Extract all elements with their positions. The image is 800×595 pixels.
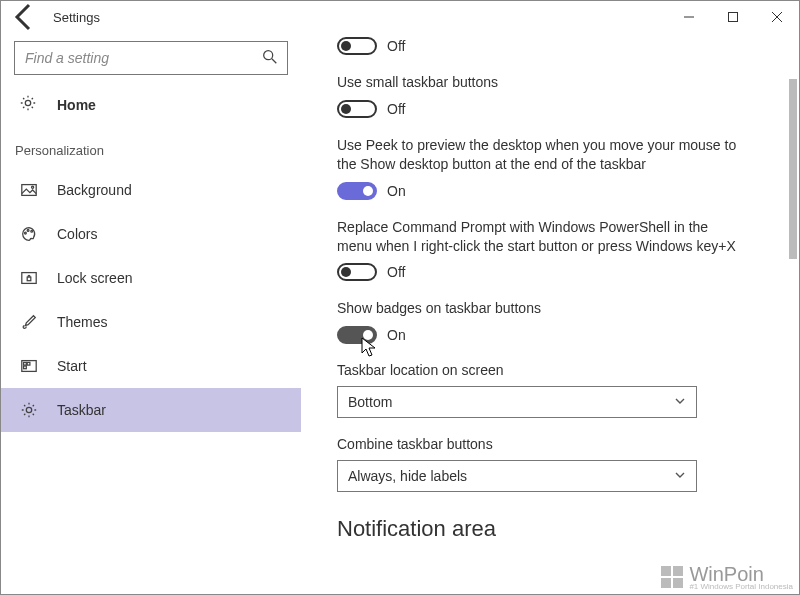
svg-point-11 xyxy=(31,230,33,232)
lock-icon xyxy=(19,269,39,287)
content-pane: Off Use small taskbar buttons Off Use Pe… xyxy=(301,33,799,594)
svg-point-10 xyxy=(27,230,29,232)
toggle-state-label: Off xyxy=(387,101,405,117)
setting-powershell: Replace Command Prompt with Windows Powe… xyxy=(337,218,781,282)
sidebar-item-label: Themes xyxy=(57,314,108,330)
svg-rect-13 xyxy=(27,277,31,281)
dropdown-label: Combine taskbar buttons xyxy=(337,436,781,452)
sidebar-item-label: Colors xyxy=(57,226,97,242)
palette-icon xyxy=(19,225,39,243)
section-heading-notification: Notification area xyxy=(337,516,781,542)
dropdown-combine-buttons[interactable]: Always, hide labels xyxy=(337,460,697,492)
back-button[interactable] xyxy=(9,1,41,33)
setting-first-partial: Off xyxy=(337,37,781,55)
sidebar: Home Personalization Background Colors L… xyxy=(1,33,301,594)
sidebar-item-taskbar[interactable]: Taskbar xyxy=(1,388,301,432)
nav-home[interactable]: Home xyxy=(1,85,301,125)
setting-badges: Show badges on taskbar buttons On xyxy=(337,299,781,344)
sidebar-item-lockscreen[interactable]: Lock screen xyxy=(1,256,301,300)
picture-icon xyxy=(19,181,39,199)
svg-rect-17 xyxy=(24,366,27,369)
setting-label: Replace Command Prompt with Windows Powe… xyxy=(337,218,737,256)
svg-rect-16 xyxy=(27,362,30,365)
svg-rect-12 xyxy=(22,273,36,284)
dropdown-value: Bottom xyxy=(348,394,392,410)
svg-point-6 xyxy=(25,100,30,105)
svg-rect-15 xyxy=(24,362,27,365)
watermark-tagline: #1 Windows Portal Indonesia xyxy=(689,583,793,590)
sidebar-item-label: Start xyxy=(57,358,87,374)
toggle-state-label: On xyxy=(387,183,406,199)
toggle-small-buttons[interactable] xyxy=(337,100,377,118)
sidebar-item-start[interactable]: Start xyxy=(1,344,301,388)
dropdown-label: Taskbar location on screen xyxy=(337,362,781,378)
svg-rect-7 xyxy=(22,185,36,196)
window-title: Settings xyxy=(41,10,100,25)
search-icon xyxy=(261,48,279,69)
setting-label: Use small taskbar buttons xyxy=(337,73,737,92)
dropdown-value: Always, hide labels xyxy=(348,468,467,484)
watermark: WinPoin #1 Windows Portal Indonesia xyxy=(661,565,793,590)
svg-line-5 xyxy=(272,58,277,63)
watermark-brand: WinPoin xyxy=(689,565,763,583)
section-label: Personalization xyxy=(1,125,301,168)
sidebar-item-label: Taskbar xyxy=(57,402,106,418)
maximize-button[interactable] xyxy=(711,1,755,33)
svg-point-18 xyxy=(26,407,31,412)
toggle-state-label: Off xyxy=(387,38,405,54)
toggle-powershell[interactable] xyxy=(337,263,377,281)
setting-label: Use Peek to preview the desktop when you… xyxy=(337,136,737,174)
sidebar-item-themes[interactable]: Themes xyxy=(1,300,301,344)
gear-icon xyxy=(19,94,39,116)
setting-taskbar-location: Taskbar location on screen Bottom xyxy=(337,362,781,418)
search-box[interactable] xyxy=(14,41,288,75)
sidebar-item-label: Lock screen xyxy=(57,270,132,286)
nav-home-label: Home xyxy=(57,97,96,113)
scrollbar-thumb[interactable] xyxy=(789,79,797,259)
toggle-peek[interactable] xyxy=(337,182,377,200)
sidebar-item-background[interactable]: Background xyxy=(1,168,301,212)
setting-small-buttons: Use small taskbar buttons Off xyxy=(337,73,781,118)
chevron-down-icon xyxy=(674,395,686,410)
close-button[interactable] xyxy=(755,1,799,33)
setting-peek: Use Peek to preview the desktop when you… xyxy=(337,136,781,200)
dropdown-taskbar-location[interactable]: Bottom xyxy=(337,386,697,418)
start-icon xyxy=(19,357,39,375)
setting-combine-buttons: Combine taskbar buttons Always, hide lab… xyxy=(337,436,781,492)
brush-icon xyxy=(19,313,39,331)
toggle-first[interactable] xyxy=(337,37,377,55)
sidebar-item-label: Background xyxy=(57,182,132,198)
svg-point-9 xyxy=(25,232,27,234)
toggle-badges[interactable] xyxy=(337,326,377,344)
svg-rect-1 xyxy=(729,13,738,22)
svg-point-8 xyxy=(32,186,34,188)
toggle-state-label: Off xyxy=(387,264,405,280)
minimize-button[interactable] xyxy=(667,1,711,33)
svg-point-4 xyxy=(264,50,273,59)
toggle-state-label: On xyxy=(387,327,406,343)
sidebar-item-colors[interactable]: Colors xyxy=(1,212,301,256)
windows-logo-icon xyxy=(661,566,683,588)
setting-label: Show badges on taskbar buttons xyxy=(337,299,737,318)
gear-icon xyxy=(19,401,39,419)
chevron-down-icon xyxy=(674,469,686,484)
search-input[interactable] xyxy=(25,50,261,66)
titlebar: Settings xyxy=(1,1,799,33)
